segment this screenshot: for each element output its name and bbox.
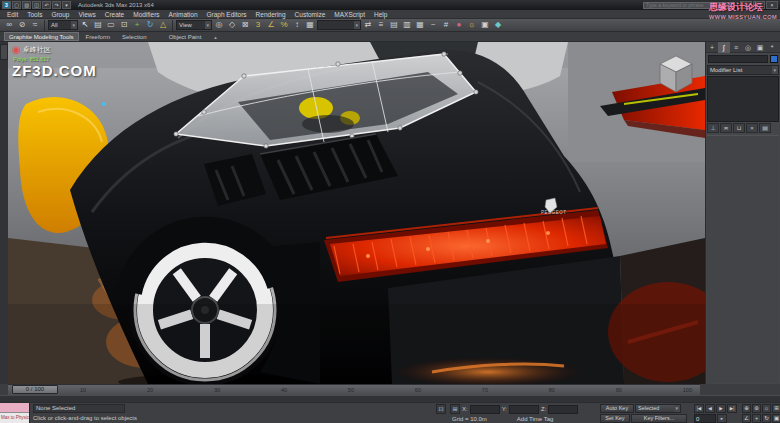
- bind-to-space-warp-button[interactable]: ≈: [29, 19, 41, 31]
- perspective-viewport[interactable]: PEUGEOT: [8, 42, 705, 384]
- set-key-button[interactable]: Set Key: [600, 414, 630, 423]
- menu-item[interactable]: Graph Editors: [207, 11, 247, 18]
- angle-snap-button[interactable]: ∠: [265, 19, 277, 31]
- project-folder-button[interactable]: ▾: [62, 1, 71, 9]
- hierarchy-tab[interactable]: ≡: [730, 42, 742, 53]
- select-and-move-button[interactable]: +: [131, 19, 143, 31]
- menu-item[interactable]: Rendering: [256, 11, 286, 18]
- menu-item[interactable]: Modifiers: [133, 11, 159, 18]
- menu-item[interactable]: Tools: [27, 11, 42, 18]
- menu-item[interactable]: Edit: [7, 11, 18, 18]
- menu-item[interactable]: Customize: [295, 11, 326, 18]
- selection-lock-toggle[interactable]: ⊡: [436, 404, 446, 414]
- display-tab[interactable]: ▣: [754, 42, 766, 53]
- app-button[interactable]: 3: [2, 1, 11, 9]
- zoom-extents-all-button[interactable]: ⊞: [772, 404, 780, 413]
- use-pivot-center-button[interactable]: ◎: [213, 19, 225, 31]
- named-selection-sets-dropdown[interactable]: ▼: [317, 20, 361, 30]
- selection-filter-dropdown[interactable]: All ▼: [48, 20, 78, 30]
- configure-modifier-sets-button[interactable]: ▤: [759, 123, 771, 133]
- layer-manager-button[interactable]: ▥: [401, 19, 413, 31]
- modify-tab[interactable]: ∫: [718, 42, 730, 53]
- reference-coordinate-dropdown[interactable]: View ▼: [176, 20, 212, 30]
- add-time-tag[interactable]: Add Time Tag: [517, 416, 554, 422]
- auto-key-button[interactable]: Auto Key: [600, 404, 634, 413]
- modifier-list-dropdown[interactable]: Modifier List ▼: [707, 65, 779, 75]
- listener-pane[interactable]: Max to Physics On: [0, 413, 29, 423]
- ribbon-tab-object-paint[interactable]: Object Paint: [164, 32, 207, 41]
- y-coordinate-field[interactable]: [509, 405, 539, 414]
- go-to-start-button[interactable]: |◀: [694, 404, 704, 413]
- create-tab[interactable]: +: [706, 42, 718, 53]
- ribbon-tab[interactable]: Freeform: [81, 32, 115, 41]
- go-to-end-button[interactable]: ▶|: [727, 404, 737, 413]
- save-file-button[interactable]: ◫: [32, 1, 41, 9]
- search-input[interactable]: [643, 2, 735, 9]
- play-animation-button[interactable]: ▶: [716, 404, 726, 413]
- menu-item[interactable]: MAXScript: [334, 11, 365, 18]
- keyboard-override-button[interactable]: ⊠: [239, 19, 251, 31]
- time-ruler[interactable]: 0102030405060708090100: [8, 384, 700, 395]
- render-production-button[interactable]: ◆: [492, 19, 504, 31]
- close-button[interactable]: ×: [766, 1, 778, 9]
- modifier-stack[interactable]: [707, 76, 779, 122]
- menu-item[interactable]: Animation: [169, 11, 198, 18]
- z-coordinate-field[interactable]: [548, 405, 578, 414]
- zoom-button[interactable]: ⊕: [742, 404, 751, 413]
- select-and-scale-button[interactable]: △: [157, 19, 169, 31]
- maxscript-mini-listener[interactable]: Max to Physics On: [0, 403, 30, 423]
- ribbon-tab[interactable]: Selection: [117, 32, 152, 41]
- make-unique-button[interactable]: ⊔: [733, 123, 745, 133]
- schematic-view-button[interactable]: #: [440, 19, 452, 31]
- rendered-frame-button[interactable]: ▣: [479, 19, 491, 31]
- pin-stack-button[interactable]: ⊥: [707, 123, 719, 133]
- undo-button[interactable]: ↶: [42, 1, 51, 9]
- x-coordinate-field[interactable]: [470, 405, 500, 414]
- select-object-button[interactable]: ↖: [79, 19, 91, 31]
- new-scene-button[interactable]: ▢: [12, 1, 21, 9]
- viewport-layout-tab[interactable]: [0, 44, 8, 60]
- ribbon-tab[interactable]: Graphite Modeling Tools: [4, 32, 79, 41]
- absolute-mode-toggle[interactable]: ⊞: [450, 404, 460, 414]
- key-filters-button[interactable]: Key Filters...: [631, 414, 687, 423]
- menu-item[interactable]: Views: [78, 11, 95, 18]
- menu-item[interactable]: Create: [105, 11, 125, 18]
- time-slider[interactable]: 0 / 100: [12, 385, 58, 394]
- pan-view-button[interactable]: +: [752, 414, 761, 423]
- zoom-all-button[interactable]: ⊚: [752, 404, 761, 413]
- utilities-tab[interactable]: *: [766, 42, 778, 53]
- unlink-selection-button[interactable]: ⊘: [16, 19, 28, 31]
- select-and-rotate-button[interactable]: ↻: [144, 19, 156, 31]
- minimize-button[interactable]: ─: [740, 1, 752, 9]
- select-and-manipulate-button[interactable]: ◇: [226, 19, 238, 31]
- scene-explorer-button[interactable]: ▤: [388, 19, 400, 31]
- object-name-field[interactable]: [708, 55, 768, 63]
- menu-item[interactable]: Group: [51, 11, 69, 18]
- material-editor-button[interactable]: ●: [453, 19, 465, 31]
- maximize-viewport-button[interactable]: ▣: [772, 414, 780, 423]
- key-mode-dropdown[interactable]: Selected ▼: [635, 404, 681, 413]
- field-of-view-button[interactable]: ∠: [742, 414, 751, 423]
- viewport-layout-tabs[interactable]: [0, 42, 8, 384]
- select-and-link-button[interactable]: ∞: [3, 19, 15, 31]
- window-crossing-button[interactable]: ⊡: [118, 19, 130, 31]
- open-file-button[interactable]: ▧: [22, 1, 31, 9]
- render-setup-button[interactable]: ☼: [466, 19, 478, 31]
- previous-frame-button[interactable]: ◀: [705, 404, 715, 413]
- redo-button[interactable]: ↷: [52, 1, 61, 9]
- percent-snap-button[interactable]: %: [278, 19, 290, 31]
- mirror-button[interactable]: ⇄: [362, 19, 374, 31]
- snaps-toggle-button[interactable]: 3: [252, 19, 264, 31]
- spinner-snap-button[interactable]: ↕: [291, 19, 303, 31]
- time-configuration-button[interactable]: ▸: [717, 414, 727, 423]
- show-end-result-button[interactable]: ≍: [720, 123, 732, 133]
- select-by-name-button[interactable]: ▤: [92, 19, 104, 31]
- ribbon-toggle-button[interactable]: ▦: [414, 19, 426, 31]
- orbit-view-button[interactable]: ↻: [762, 414, 771, 423]
- current-frame-field[interactable]: [694, 414, 716, 423]
- menu-item[interactable]: Help: [374, 11, 387, 18]
- edit-named-sets-button[interactable]: ▦: [304, 19, 316, 31]
- motion-tab[interactable]: ◎: [742, 42, 754, 53]
- track-bar[interactable]: [0, 395, 780, 402]
- ribbon-collapse-button[interactable]: ▴: [214, 34, 217, 40]
